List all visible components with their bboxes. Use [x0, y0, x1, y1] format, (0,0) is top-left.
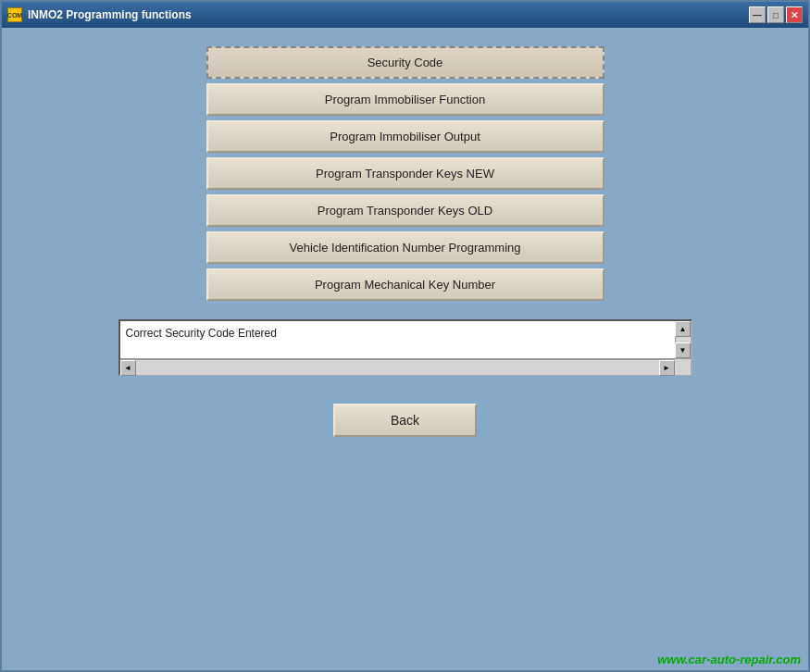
minimize-button[interactable]: — — [749, 6, 766, 23]
log-area-wrapper: ▲ ▼ — [120, 321, 691, 358]
program-immobiliser-output-button[interactable]: Program Immobiliser Output — [206, 120, 604, 153]
scroll-track-h — [136, 360, 659, 375]
maximize-button[interactable]: □ — [767, 6, 784, 23]
program-transponder-keys-new-button[interactable]: Program Transponder Keys NEW — [206, 157, 604, 190]
main-window: COM INMO2 Programming functions — □ ✕ Se… — [0, 0, 810, 672]
scroll-right-button[interactable]: ► — [659, 360, 675, 376]
scroll-up-button[interactable]: ▲ — [675, 321, 691, 337]
close-button[interactable]: ✕ — [786, 6, 803, 23]
vehicle-identification-number-button[interactable]: Vehicle Identification Number Programmin… — [206, 231, 604, 264]
window-content: Security Code Program Immobiliser Functi… — [2, 28, 808, 670]
vertical-scrollbar: ▲ ▼ — [675, 321, 691, 358]
function-buttons-group: Security Code Program Immobiliser Functi… — [206, 46, 604, 301]
title-bar: COM INMO2 Programming functions — □ ✕ — [2, 2, 808, 28]
back-button[interactable]: Back — [333, 404, 477, 437]
horizontal-scrollbar-row: ◄ ► — [120, 358, 691, 374]
watermark: www.car-auto-repair.com — [657, 653, 801, 666]
security-code-button[interactable]: Security Code — [206, 46, 604, 79]
horizontal-scrollbar: ◄ ► — [120, 359, 675, 375]
log-textarea[interactable] — [120, 321, 675, 358]
scroll-down-button[interactable]: ▼ — [675, 342, 691, 358]
log-area-container: ▲ ▼ ◄ ► — [118, 319, 692, 376]
window-controls: — □ ✕ — [749, 6, 803, 23]
app-icon: COM — [7, 7, 22, 22]
program-immobiliser-function-button[interactable]: Program Immobiliser Function — [206, 83, 604, 116]
program-mechanical-key-number-button[interactable]: Program Mechanical Key Number — [206, 268, 604, 301]
scrollbar-corner — [675, 359, 691, 375]
scroll-left-button[interactable]: ◄ — [120, 360, 136, 376]
window-title: INMO2 Programming functions — [28, 8, 743, 21]
program-transponder-keys-old-button[interactable]: Program Transponder Keys OLD — [206, 194, 604, 227]
back-button-container: Back — [333, 404, 477, 437]
